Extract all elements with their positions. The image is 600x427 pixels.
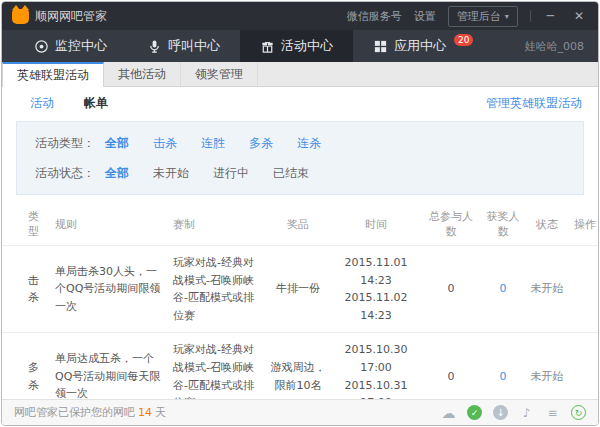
cloud-icon[interactable]: ☁ <box>441 405 456 420</box>
col-header-type: 类型 <box>2 203 52 246</box>
accelerate-icon[interactable]: ✓ <box>467 405 482 420</box>
nav-item-label: 监控中心 <box>55 37 107 55</box>
filter-status-label: 活动状态： <box>35 165 95 182</box>
filter-type-option-killstreak[interactable]: 连杀 <box>297 135 321 152</box>
cell-time: 2015.10.30 17:00 2015.10.31 17:00 <box>330 333 422 399</box>
settings-button[interactable]: 设置 <box>414 9 436 24</box>
minimize-button[interactable]: ─ <box>543 9 558 23</box>
cell-status: 未开始 <box>526 333 568 399</box>
filter-row-status: 活动状态： 全部 未开始 进行中 已结束 <box>17 158 583 188</box>
cell-prize: 牛排一份 <box>266 246 330 333</box>
col-header-format: 赛制 <box>170 203 266 246</box>
protection-text: 网吧管家已保护您的网吧 <box>14 405 135 420</box>
filter-status-option-all[interactable]: 全部 <box>105 165 129 182</box>
filter-type-option-multikill[interactable]: 多杀 <box>249 135 273 152</box>
filter-row-type: 活动类型： 全部 击杀 连胜 多杀 连杀 <box>17 128 583 158</box>
subnav-link-activity[interactable]: 活动 <box>30 95 54 112</box>
cell-time: 2015.11.01 14:23 2015.11.02 14:23 <box>330 246 422 333</box>
filter-type-option-kill[interactable]: 击杀 <box>153 135 177 152</box>
tasklist-icon[interactable]: ≡ <box>545 405 560 420</box>
manage-lol-activities-link[interactable]: 管理英雄联盟活动 <box>486 95 582 112</box>
app-window: 顺网网吧管家 微信服务号 设置 管理后台 ▾ ─ ✕ 监控中心 呼叫中心 <box>1 1 599 426</box>
cell-participants: 0 <box>422 246 480 333</box>
col-header-actions: 操作 <box>568 203 598 246</box>
close-button[interactable]: ✕ <box>570 9 588 23</box>
col-header-prize: 奖品 <box>266 203 330 246</box>
main-navbar: 监控中心 呼叫中心 活动中心 应用中心 20 娃哈哈_008 <box>2 30 598 62</box>
col-header-participants: 总参与人数 <box>422 203 480 246</box>
refresh-icon[interactable]: ↻ <box>571 405 586 420</box>
wechat-service-button[interactable]: 微信服务号 <box>347 9 402 24</box>
app-grid-icon <box>373 39 388 54</box>
cell-actions <box>568 246 598 333</box>
nav-item-app-center[interactable]: 应用中心 20 <box>353 30 493 62</box>
filter-status-option-notstarted[interactable]: 未开始 <box>153 165 189 182</box>
nav-item-call-center[interactable]: 呼叫中心 <box>127 30 240 62</box>
filter-type-option-all[interactable]: 全部 <box>105 135 129 152</box>
tab-other-activities[interactable]: 其他活动 <box>104 62 181 86</box>
nav-item-activity-center[interactable]: 活动中心 <box>240 30 353 62</box>
protection-days: 14 <box>138 406 152 419</box>
filter-type-option-winstreak[interactable]: 连胜 <box>201 135 225 152</box>
titlebar-divider <box>530 10 531 22</box>
col-header-status: 状态 <box>526 203 568 246</box>
tab-lol-activities[interactable]: 英雄联盟活动 <box>2 62 104 87</box>
cell-status: 未开始 <box>526 246 568 333</box>
microphone-icon <box>147 39 162 54</box>
cell-format: 玩家对战-经典对战模式-召唤师峡谷-匹配模式或排位赛 <box>170 246 266 333</box>
cell-time-end: 2015.10.31 17:00 <box>333 377 419 399</box>
cell-prize: 游戏周边，限前10名 <box>266 333 330 399</box>
logged-in-username[interactable]: 娃哈哈_008 <box>525 39 585 54</box>
titlebar-controls: 微信服务号 设置 管理后台 ▾ ─ ✕ <box>347 6 588 27</box>
table-header-row: 类型 规则 赛制 奖品 时间 总参与人数 获奖人数 状态 操作 <box>2 203 598 246</box>
nav-item-label: 活动中心 <box>281 37 333 55</box>
cell-time-start: 2015.11.01 14:23 <box>333 254 419 289</box>
admin-console-button[interactable]: 管理后台 ▾ <box>448 6 518 27</box>
col-header-rule: 规则 <box>52 203 170 246</box>
cell-winners-link[interactable]: 0 <box>480 333 526 399</box>
monitor-icon <box>34 39 49 54</box>
notification-badge: 20 <box>454 34 473 46</box>
tab-prize-management[interactable]: 领奖管理 <box>181 62 258 86</box>
protection-text-suffix: 天 <box>155 405 166 420</box>
activity-table: 类型 规则 赛制 奖品 时间 总参与人数 获奖人数 状态 操作 击杀 单局击杀3… <box>2 203 598 399</box>
cell-actions <box>568 333 598 399</box>
cell-participants: 0 <box>422 333 480 399</box>
gift-icon <box>260 39 275 54</box>
cell-time-end: 2015.11.02 14:23 <box>333 289 419 324</box>
table-row: 击杀 单局击杀30人头，一个QQ号活动期间限领一次 玩家对战-经典对战模式-召唤… <box>2 246 598 333</box>
chevron-down-icon: ▾ <box>505 12 509 21</box>
col-header-time: 时间 <box>330 203 422 246</box>
cell-time-start: 2015.10.30 17:00 <box>333 341 419 376</box>
cell-rule: 单局达成五杀，一个QQ号活动期间每天限领一次 <box>52 333 170 399</box>
filter-panel: 活动类型： 全部 击杀 连胜 多杀 连杀 活动状态： 全部 未开始 进行中 已结… <box>16 121 584 195</box>
subnav-link-bill[interactable]: 帐单 <box>84 95 108 112</box>
main-content: 活动 帐单 管理英雄联盟活动 活动类型： 全部 击杀 连胜 多杀 连杀 活动状态… <box>2 87 598 399</box>
admin-console-label: 管理后台 <box>457 9 501 24</box>
app-logo-icon <box>12 9 29 24</box>
statusbar-icons: ☁ ✓ ↓ ♪ ≡ ↻ <box>441 405 586 420</box>
cell-type: 击杀 <box>2 246 52 333</box>
titlebar: 顺网网吧管家 微信服务号 设置 管理后台 ▾ ─ ✕ <box>2 2 598 30</box>
download-icon[interactable]: ↓ <box>493 405 508 420</box>
sound-icon[interactable]: ♪ <box>519 405 534 420</box>
filter-status-option-ongoing[interactable]: 进行中 <box>213 165 249 182</box>
table-row: 多杀 单局达成五杀，一个QQ号活动期间每天限领一次 玩家对战-经典对战模式-召唤… <box>2 333 598 399</box>
nav-item-monitor-center[interactable]: 监控中心 <box>14 30 127 62</box>
nav-item-label: 呼叫中心 <box>168 37 220 55</box>
filter-status-option-ended[interactable]: 已结束 <box>273 165 309 182</box>
statusbar: 网吧管家已保护您的网吧 14 天 ☁ ✓ ↓ ♪ ≡ ↻ <box>2 399 598 425</box>
cell-rule: 单局击杀30人头，一个QQ号活动期间限领一次 <box>52 246 170 333</box>
tabbar: 英雄联盟活动 其他活动 领奖管理 <box>2 62 598 87</box>
app-title: 顺网网吧管家 <box>35 8 107 25</box>
cell-type: 多杀 <box>2 333 52 399</box>
cell-format: 玩家对战-经典对战模式-召唤师峡谷-匹配模式或排位赛 <box>170 333 266 399</box>
subnav: 活动 帐单 管理英雄联盟活动 <box>2 87 598 119</box>
nav-item-label: 应用中心 <box>394 37 446 55</box>
filter-type-label: 活动类型： <box>35 135 95 152</box>
cell-winners-link[interactable]: 0 <box>480 246 526 333</box>
col-header-winners: 获奖人数 <box>480 203 526 246</box>
